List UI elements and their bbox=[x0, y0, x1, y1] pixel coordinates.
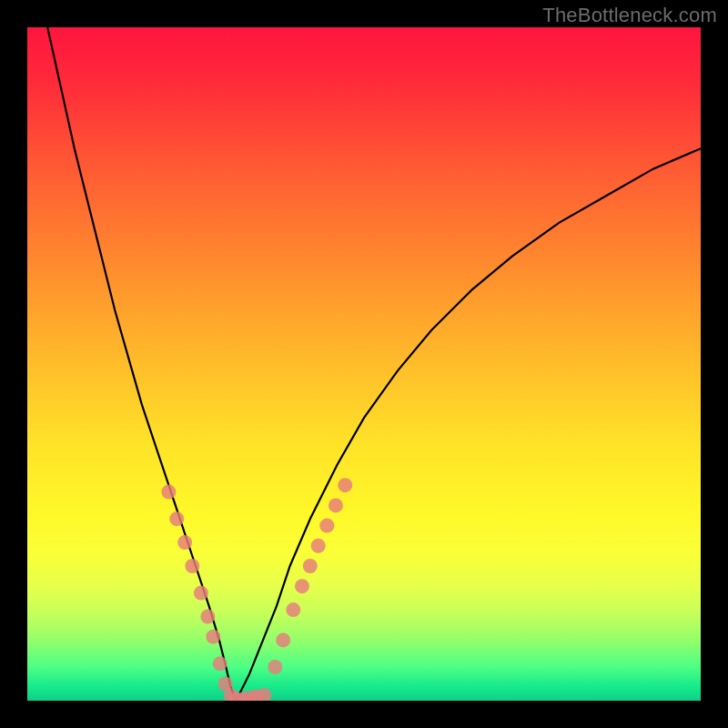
marker-dot bbox=[268, 660, 282, 674]
marker-dot bbox=[161, 485, 176, 500]
right-branch-path bbox=[236, 148, 701, 701]
marker-dot bbox=[329, 498, 343, 512]
marker-dot bbox=[177, 535, 192, 550]
marker-dot bbox=[194, 586, 208, 601]
plot-area bbox=[27, 27, 701, 701]
marker-dot bbox=[338, 478, 352, 492]
marker-dot bbox=[311, 539, 326, 553]
marker-dots bbox=[161, 478, 352, 701]
marker-dot bbox=[303, 559, 318, 573]
marker-dot bbox=[169, 511, 184, 526]
marker-dot bbox=[206, 630, 220, 644]
watermark-text: TheBottleneck.com bbox=[542, 4, 717, 27]
marker-dot bbox=[319, 519, 334, 533]
marker-dot bbox=[213, 656, 228, 671]
marker-dot bbox=[200, 610, 215, 624]
marker-dot bbox=[295, 579, 309, 593]
curve-layer bbox=[27, 27, 701, 701]
marker-dot bbox=[286, 602, 300, 617]
marker-dot bbox=[257, 688, 271, 701]
outer-frame: TheBottleneck.com bbox=[0, 0, 728, 728]
left-branch-path bbox=[47, 27, 236, 701]
marker-dot bbox=[276, 632, 290, 647]
marker-dot bbox=[185, 559, 199, 573]
